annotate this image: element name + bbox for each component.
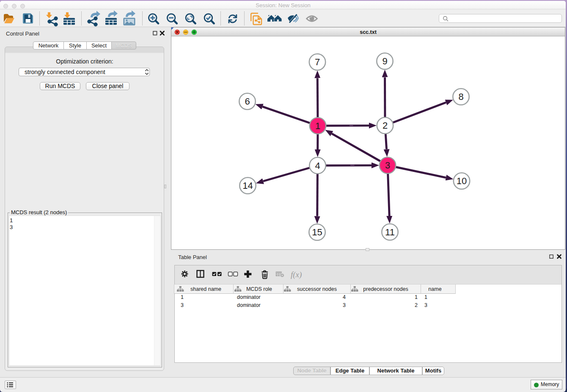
svg-text:8: 8 bbox=[458, 91, 463, 102]
svg-text:9: 9 bbox=[382, 56, 387, 66]
svg-text:4: 4 bbox=[315, 160, 320, 171]
svg-text:1: 1 bbox=[315, 121, 320, 131]
svg-text:7: 7 bbox=[315, 57, 320, 67]
svg-text:11: 11 bbox=[385, 227, 395, 237]
svg-text:3: 3 bbox=[385, 160, 390, 171]
svg-text:6: 6 bbox=[245, 96, 250, 107]
svg-text:15: 15 bbox=[312, 227, 322, 237]
svg-text:14: 14 bbox=[242, 180, 253, 191]
svg-text:2: 2 bbox=[383, 120, 388, 131]
svg-text:10: 10 bbox=[457, 176, 467, 186]
svg-text:f(x): f(x) bbox=[291, 270, 302, 279]
